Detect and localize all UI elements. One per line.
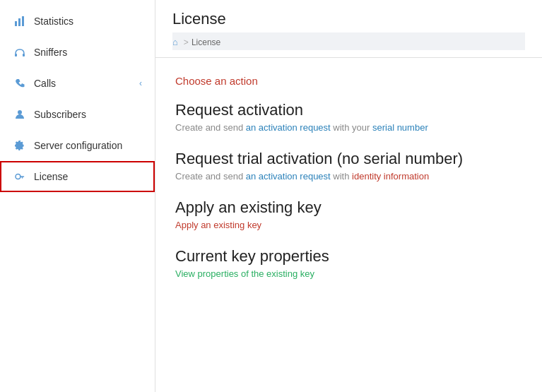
- sidebar-item-calls[interactable]: Calls ‹: [0, 68, 155, 99]
- desc-plain2: with your: [331, 122, 372, 133]
- desc-link2: serial number: [372, 122, 428, 133]
- sidebar-item-sniffers[interactable]: Sniffers: [0, 37, 155, 68]
- desc-link: an activation request: [246, 122, 331, 133]
- action-apply-existing[interactable]: Apply an existing key Apply an existing …: [175, 198, 522, 230]
- svg-rect-0: [15, 21, 17, 26]
- gear-icon: [13, 138, 27, 153]
- main-content: License ⌂ > License Choose an action Req…: [155, 0, 542, 392]
- sidebar-item-statistics-label: Statistics: [34, 16, 73, 27]
- breadcrumb-license: License: [192, 37, 220, 47]
- breadcrumb: ⌂ > License: [172, 32, 525, 50]
- action-desc-current-key: View properties of the existing key: [175, 268, 522, 279]
- sidebar-item-calls-label: Calls: [34, 78, 56, 89]
- action-heading-request-trial: Request trial activation (no serial numb…: [175, 150, 522, 168]
- svg-rect-1: [18, 18, 20, 26]
- bar-chart-icon: [13, 14, 27, 28]
- action-current-key[interactable]: Current key properties View properties o…: [175, 247, 522, 279]
- phone-icon: [13, 76, 27, 90]
- action-desc-apply-existing: Apply an existing key: [175, 220, 522, 230]
- content-area: Choose an action Request activation Crea…: [155, 58, 542, 392]
- action-desc-request-trial: Create and send an activation request wi…: [175, 171, 522, 182]
- sidebar-item-server-configuration-label: Server configuration: [34, 140, 122, 151]
- page-title: License: [172, 10, 525, 28]
- desc-plain: Create and send: [175, 171, 246, 182]
- desc-link-red: identity information: [352, 171, 429, 182]
- person-icon: [13, 107, 27, 121]
- action-heading-request-activation: Request activation: [175, 101, 522, 119]
- sidebar-item-subscribers-label: Subscribers: [34, 109, 86, 120]
- chevron-icon: ‹: [139, 78, 142, 88]
- desc-link: an activation request: [246, 171, 331, 182]
- desc-link-red: Apply an existing key: [175, 220, 261, 230]
- desc-plain2: with: [331, 171, 352, 182]
- action-request-activation[interactable]: Request activation Create and send an ac…: [175, 101, 522, 133]
- svg-rect-3: [15, 54, 17, 57]
- key-icon: [13, 170, 27, 184]
- svg-point-5: [18, 110, 22, 114]
- action-heading-current-key: Current key properties: [175, 247, 522, 266]
- breadcrumb-separator: >: [184, 37, 189, 47]
- sidebar-item-statistics[interactable]: Statistics: [0, 6, 155, 37]
- headphones-icon: [13, 45, 27, 59]
- action-request-trial[interactable]: Request trial activation (no serial numb…: [175, 150, 522, 182]
- sidebar-item-subscribers[interactable]: Subscribers: [0, 99, 155, 130]
- section-title: Choose an action: [175, 75, 522, 87]
- page-header: License ⌂ > License: [155, 0, 542, 58]
- action-desc-request-activation: Create and send an activation request wi…: [175, 122, 522, 133]
- sidebar-item-license[interactable]: License: [0, 161, 155, 192]
- home-icon[interactable]: ⌂: [172, 37, 178, 47]
- sidebar-item-sniffers-label: Sniffers: [34, 47, 67, 58]
- sidebar-item-license-label: License: [34, 171, 68, 182]
- svg-rect-4: [23, 54, 25, 57]
- desc-link-green: View properties of the existing key: [175, 268, 314, 279]
- desc-plain: Create and send: [175, 122, 246, 133]
- sidebar-item-server-configuration[interactable]: Server configuration: [0, 130, 155, 161]
- action-heading-apply-existing: Apply an existing key: [175, 198, 522, 217]
- sidebar: Statistics Sniffers Calls ‹ Subscribers …: [0, 0, 155, 392]
- svg-rect-2: [22, 16, 24, 26]
